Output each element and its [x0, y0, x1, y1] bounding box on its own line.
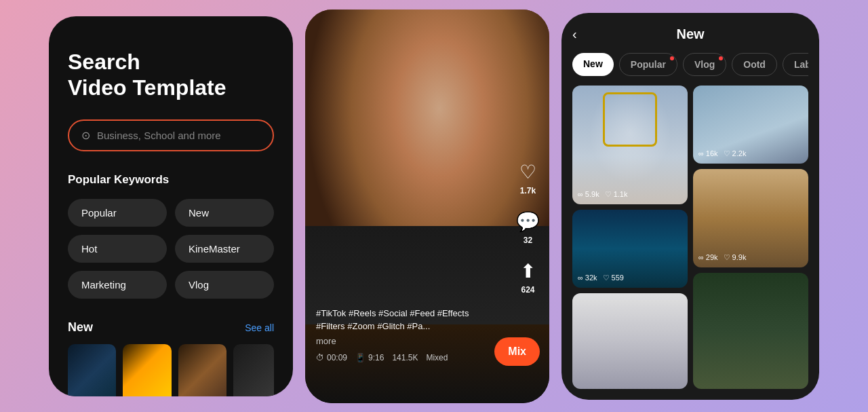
keyword-chip-hot[interactable]: Hot — [68, 235, 167, 263]
new-section-title: New — [68, 320, 93, 335]
heart-icon: ♡ — [519, 161, 536, 183]
keyword-chip-kinemaster[interactable]: KineMaster — [175, 235, 274, 263]
template-card-1[interactable]: ∞ 5.9k ♡ 1.1k — [572, 86, 688, 204]
video-actions: ♡ 1.7k 💬 32 ⬆ 624 — [516, 161, 540, 295]
heart-icon: ♡ — [603, 274, 610, 282]
tab-ootd[interactable]: Ootd — [732, 53, 777, 76]
like-count: 1.7k — [520, 186, 536, 195]
video-more[interactable]: more — [316, 336, 495, 346]
phone-icon: 📱 — [355, 353, 366, 362]
new-thumbnails — [68, 344, 274, 396]
keyword-chip-popular[interactable]: Popular — [68, 199, 167, 227]
template-card-6[interactable] — [693, 273, 808, 389]
page-title: New — [676, 26, 704, 42]
thumb-2[interactable] — [123, 344, 171, 396]
video-type: Mixed — [426, 353, 448, 362]
keyword-chip-vlog[interactable]: Vlog — [175, 271, 274, 299]
tab-popular[interactable]: Popular — [619, 53, 677, 76]
video-info: #TikTok #Reels #Social #Feed #Effects #F… — [316, 307, 495, 362]
template-card-3[interactable]: ∞ 32k ♡ 559 — [572, 210, 688, 288]
share-count: 624 — [521, 285, 534, 295]
heart-icon: ♡ — [605, 190, 612, 199]
thumb-3[interactable] — [178, 344, 226, 396]
keyword-chip-marketing[interactable]: Marketing — [68, 271, 167, 299]
left-column: ∞ 5.9k ♡ 1.1k ∞ 32k — [572, 86, 688, 389]
like-stat: ♡ 2.2k — [724, 149, 747, 158]
loop-stat: ∞ 16k — [698, 149, 718, 157]
search-placeholder: Business, School and more — [97, 130, 221, 141]
keywords-title: Popular Keywords — [68, 173, 274, 187]
comment-icon: 💬 — [516, 210, 540, 233]
video-meta: ⏱ 00:09 📱 9:16 141.5K Mixed — [316, 353, 495, 362]
loop-stat: ∞ 29k — [698, 253, 718, 261]
clock-icon: ⏱ — [316, 353, 324, 362]
back-button[interactable]: ‹ — [572, 26, 577, 42]
vlog-dot — [719, 56, 723, 60]
like-stat: ♡ 1.1k — [605, 190, 628, 199]
tab-new[interactable]: New — [572, 53, 614, 76]
like-stat: ♡ 559 — [603, 274, 624, 282]
page-header: ‹ New — [572, 26, 808, 42]
loop-stat: ∞ 32k — [578, 274, 597, 282]
popular-dot — [670, 56, 674, 60]
keywords-grid: Popular New Hot KineMaster Marketing Vlo… — [68, 199, 274, 299]
thumb-1[interactable] — [68, 344, 116, 396]
face-frame — [603, 92, 657, 147]
share-icon: ⬆ — [520, 260, 536, 282]
video-plays: 141.5K — [392, 353, 418, 362]
template-card-4[interactable]: ∞ 29k ♡ 9.9k — [693, 169, 808, 267]
loop-icon: ∞ — [578, 190, 583, 198]
phone-video: ♡ 1.7k 💬 32 ⬆ 624 #TikTok #Reels #Social… — [305, 10, 549, 403]
like-action[interactable]: ♡ 1.7k — [519, 161, 536, 195]
see-all-link[interactable]: See all — [245, 322, 274, 333]
search-bar[interactable]: ⊙ Business, School and more — [68, 119, 274, 151]
like-stat: ♡ 9.9k — [724, 253, 747, 262]
loop-icon: ∞ — [698, 253, 704, 261]
keyword-chip-new[interactable]: New — [175, 199, 274, 227]
tab-vlog[interactable]: Vlog — [683, 53, 726, 76]
heart-icon: ♡ — [724, 149, 730, 158]
video-time: ⏱ 00:09 — [316, 353, 347, 362]
thumb-4[interactable] — [233, 344, 274, 396]
comment-count: 32 — [524, 236, 532, 245]
tab-lab[interactable]: Lab — [783, 53, 808, 76]
card-3-stats: ∞ 32k ♡ 559 — [578, 274, 624, 282]
share-action[interactable]: ⬆ 624 — [520, 260, 536, 295]
comment-action[interactable]: 💬 32 — [516, 210, 540, 245]
right-column: ∞ 16k ♡ 2.2k ∞ 29k — [693, 86, 808, 389]
category-tabs: New Popular Vlog Ootd Lab — [572, 53, 808, 76]
video-ratio: 📱 9:16 — [355, 353, 384, 362]
mix-button[interactable]: Mix — [494, 337, 540, 366]
video-hashtags: #TikTok #Reels #Social #Feed #Effects #F… — [316, 307, 495, 333]
heart-icon: ♡ — [724, 253, 730, 262]
phone-search: Search Video Template ⊙ Business, School… — [49, 16, 293, 396]
phone-new-templates: ‹ New New Popular Vlog Ootd Lab — [561, 13, 819, 400]
search-icon: ⊙ — [81, 129, 90, 142]
loop-stat: ∞ 5.9k — [578, 190, 599, 198]
template-card-5[interactable] — [572, 293, 688, 389]
loop-icon: ∞ — [578, 274, 583, 282]
card-2-stats: ∞ 16k ♡ 2.2k — [698, 149, 746, 158]
template-card-2[interactable]: ∞ 16k ♡ 2.2k — [693, 86, 808, 164]
card-1-stats: ∞ 5.9k ♡ 1.1k — [578, 190, 627, 199]
card-4-stats: ∞ 29k ♡ 9.9k — [698, 253, 746, 262]
template-grid: ∞ 5.9k ♡ 1.1k ∞ 32k — [572, 86, 808, 389]
loop-icon: ∞ — [698, 149, 704, 157]
search-title: Search Video Template — [68, 49, 274, 101]
